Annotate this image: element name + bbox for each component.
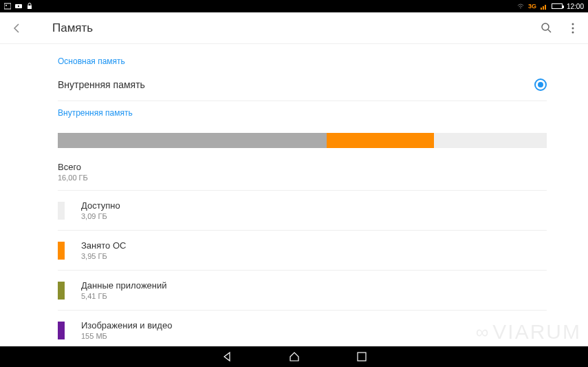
category-value: 3,95 ГБ xyxy=(81,252,126,260)
nav-back-button[interactable] xyxy=(221,350,233,363)
app-header: Память xyxy=(0,12,588,44)
storage-seg-os xyxy=(327,133,434,148)
svg-rect-4 xyxy=(28,6,32,9)
category-swatch xyxy=(58,322,65,339)
storage-usage-bar xyxy=(58,133,547,148)
storage-seg-used xyxy=(58,133,327,148)
category-swatch xyxy=(58,242,65,260)
storage-total-row: Всего 16,00 ГБ xyxy=(58,158,547,191)
category-row[interactable]: Доступно3,09 ГБ xyxy=(58,191,547,231)
storage-total-value: 16,00 ГБ xyxy=(58,174,547,182)
svg-rect-14 xyxy=(358,353,366,361)
category-label: Изображения и видео xyxy=(81,320,172,331)
category-label: Доступно xyxy=(81,200,120,211)
wifi-icon xyxy=(517,3,524,10)
svg-point-12 xyxy=(572,27,574,29)
category-value: 3,09 ГБ xyxy=(81,212,120,220)
category-row[interactable]: Занято ОС3,95 ГБ xyxy=(58,231,547,271)
nav-recent-button[interactable] xyxy=(356,350,368,363)
svg-line-10 xyxy=(548,30,551,32)
internal-memory-row[interactable]: Внутренняя память xyxy=(58,72,547,101)
internal-memory-row-label: Внутренняя память xyxy=(58,79,145,90)
category-value: 5,41 ГБ xyxy=(81,292,167,300)
svg-point-11 xyxy=(572,23,574,25)
svg-point-1 xyxy=(6,5,7,6)
clock-label: 12:00 xyxy=(567,3,584,10)
category-row[interactable]: Изображения и видео155 МБ xyxy=(58,311,547,346)
svg-point-13 xyxy=(572,31,574,33)
category-row[interactable]: Данные приложений5,41 ГБ xyxy=(58,271,547,311)
svg-rect-7 xyxy=(543,6,544,10)
svg-point-9 xyxy=(542,23,549,30)
content-scroll[interactable]: Основная память Внутренняя память Внутре… xyxy=(0,44,588,346)
nav-home-button[interactable] xyxy=(288,350,301,363)
battery-icon xyxy=(552,3,563,9)
category-swatch xyxy=(58,202,65,220)
section-main-memory-label: Основная память xyxy=(58,50,547,72)
category-swatch xyxy=(58,282,65,300)
search-button[interactable] xyxy=(540,21,554,35)
youtube-icon xyxy=(15,3,22,10)
signal-icon xyxy=(541,3,547,10)
page-title: Память xyxy=(52,21,93,35)
android-nav-bar xyxy=(0,346,588,367)
back-button[interactable] xyxy=(8,20,25,36)
svg-rect-0 xyxy=(4,3,11,9)
svg-rect-8 xyxy=(545,5,546,10)
category-label: Занято ОС xyxy=(81,240,126,251)
gallery-icon xyxy=(4,3,11,10)
storage-total-label: Всего xyxy=(58,162,547,172)
status-bar: 3G 12:00 xyxy=(0,0,588,12)
section-internal-memory-label: Внутренняя память xyxy=(58,101,547,123)
internal-memory-radio[interactable] xyxy=(534,78,547,91)
category-list: Доступно3,09 ГБЗанято ОС3,95 ГБДанные пр… xyxy=(58,191,547,346)
network-type-label: 3G xyxy=(528,3,536,10)
svg-rect-6 xyxy=(541,8,542,10)
svg-point-5 xyxy=(520,8,521,9)
category-value: 155 МБ xyxy=(81,332,172,340)
category-label: Данные приложений xyxy=(81,280,167,291)
overflow-menu-button[interactable] xyxy=(566,21,580,35)
lock-icon xyxy=(26,3,33,10)
storage-seg-free xyxy=(434,133,547,148)
